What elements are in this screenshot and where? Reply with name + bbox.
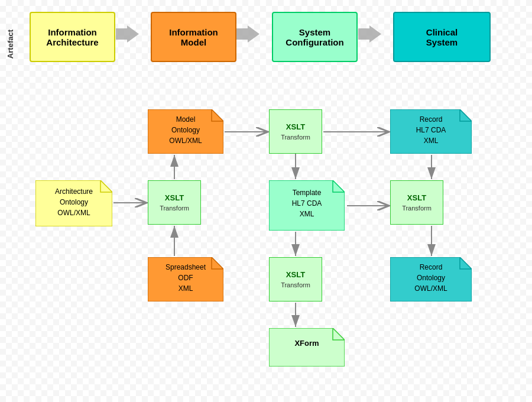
- xform-label: XForm: [294, 339, 319, 348]
- xslt2-box: XSLT Transform: [148, 180, 201, 225]
- spreadsheet-line3: XML: [179, 284, 193, 293]
- phase-clinical: Clinical System: [393, 12, 491, 62]
- spreadsheet-line2: ODF: [178, 274, 193, 282]
- template-line2: HL7 CDA: [292, 199, 322, 208]
- template-line3: XML: [300, 210, 314, 218]
- arch-ontology-line2: Ontology: [60, 198, 88, 206]
- xslt4-box: XSLT Transform: [390, 180, 443, 225]
- template-line1: Template: [293, 189, 322, 197]
- record-ontology-line3: OWL/XML: [414, 284, 447, 293]
- xslt1-box: XSLT Transform: [269, 109, 322, 154]
- artefact-label: Artefact: [6, 30, 15, 59]
- arch-ontology-line3: OWL/XML: [57, 209, 90, 217]
- record-ontology-line2: Ontology: [417, 274, 445, 282]
- svg-marker-3: [236, 25, 259, 43]
- model-ontology-box: Model Ontology OWL/XML: [148, 109, 223, 154]
- xslt1-label: XSLT: [286, 122, 305, 131]
- record-ontology-line1: Record: [420, 263, 443, 271]
- arch-ontology-line1: Architecture: [55, 187, 93, 196]
- xslt2-sub: Transform: [160, 205, 189, 212]
- xslt2-label: XSLT: [165, 193, 184, 202]
- record-hl7-line1: Record: [420, 115, 443, 124]
- arch-ontology-box: Architecture Ontology OWL/XML: [35, 180, 112, 226]
- xslt3-label: XSLT: [286, 270, 305, 279]
- xslt4-sub: Transform: [402, 205, 432, 212]
- spreadsheet-box: Spreadsheet ODF XML: [148, 257, 223, 302]
- template-box: Template HL7 CDA XML: [269, 180, 345, 231]
- model-ontology-line2: Ontology: [171, 126, 200, 134]
- xslt3-sub: Transform: [281, 281, 310, 288]
- spreadsheet-line1: Spreadsheet: [166, 263, 206, 271]
- model-ontology-line1: Model: [176, 115, 196, 124]
- xslt1-sub: Transform: [281, 134, 310, 141]
- record-hl7-box: Record HL7 CDA XML: [390, 109, 472, 154]
- svg-marker-4: [358, 25, 381, 43]
- record-ontology-box: Record Ontology OWL/XML: [390, 257, 472, 302]
- phase-info-arch: Information Architecture: [30, 12, 115, 62]
- record-hl7-line2: HL7 CDA: [416, 126, 446, 134]
- xslt3-box: XSLT Transform: [269, 257, 322, 302]
- model-ontology-line3: OWL/XML: [169, 137, 202, 145]
- xslt4-label: XSLT: [407, 193, 426, 202]
- svg-marker-2: [116, 25, 139, 43]
- phase-sys-config: System Configuration: [272, 12, 358, 62]
- record-hl7-line3: XML: [424, 137, 439, 145]
- phase-info-model: Information Model: [151, 12, 236, 62]
- xform-box: XForm: [269, 328, 345, 367]
